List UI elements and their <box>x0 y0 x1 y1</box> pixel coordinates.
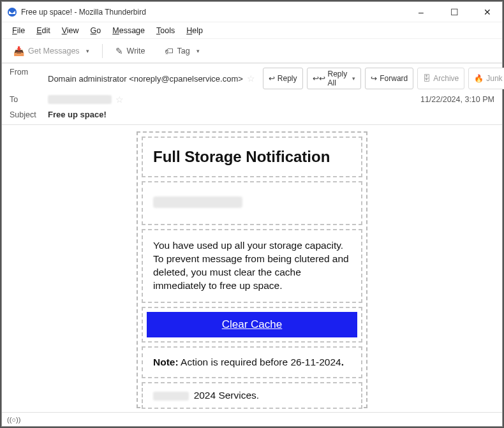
header-from-row: From Domain administrator <noreply@cpane… <box>2 63 502 92</box>
forward-button[interactable]: ↪Forward <box>365 68 413 89</box>
junk-button[interactable]: 🔥Junk <box>468 68 504 89</box>
menu-edit[interactable]: Edit <box>31 24 56 37</box>
email-body-cell: You have used up all your storage capaci… <box>142 229 362 303</box>
get-messages-label: Get Messages <box>28 47 80 55</box>
email-note: Note: Action is required before 26-11-20… <box>153 357 344 367</box>
clear-cache-button[interactable]: Clear Cache <box>147 312 357 337</box>
fire-icon: 🔥 <box>474 74 484 83</box>
reply-all-icon: ↩↩ <box>313 74 325 83</box>
reply-all-button[interactable]: ↩↩Reply All <box>307 68 362 89</box>
menu-file[interactable]: File <box>7 24 30 37</box>
menu-tools[interactable]: Tools <box>151 24 180 37</box>
titlebar: Free up space! - Mozilla Thunderbird – ☐… <box>2 2 502 22</box>
tag-label: Tag <box>177 47 190 55</box>
app-window: Free up space! - Mozilla Thunderbird – ☐… <box>1 1 503 427</box>
note-label: Note: <box>153 357 179 367</box>
minimize-button[interactable]: – <box>406 2 436 22</box>
note-text: Action is required before 26-11-2024 <box>179 357 341 367</box>
maximize-button[interactable]: ☐ <box>440 2 469 22</box>
email-recipient-cell <box>142 181 362 225</box>
reply-button[interactable]: ↩Reply <box>263 68 303 89</box>
subject-label: Subject <box>10 110 40 119</box>
app-icon <box>7 7 17 17</box>
message-body-area: Full Storage Notification You have used … <box>2 125 502 412</box>
message-date: 11/22/2024, 3:10 PM <box>420 95 494 104</box>
menu-go[interactable]: Go <box>85 24 107 37</box>
archive-button[interactable]: 🗄Archive <box>417 68 464 89</box>
email-note-cell: Note: Action is required before 26-11-20… <box>142 346 362 378</box>
star-icon-to[interactable]: ☆ <box>115 94 124 105</box>
recipient-redacted <box>153 196 242 208</box>
email-body-text: You have used up all your storage capaci… <box>153 239 351 293</box>
statusbar: ((○)) <box>2 412 502 426</box>
footer-redacted <box>153 392 189 401</box>
tag-button[interactable]: 🏷 Tag <box>158 44 206 58</box>
to-label: To <box>10 95 40 104</box>
write-button[interactable]: ✎ Write <box>109 44 152 58</box>
message-actions: ↩Reply ↩↩Reply All ↪Forward 🗄Archive 🔥Ju… <box>263 68 504 89</box>
tag-icon: 🏷 <box>165 46 174 56</box>
email-heading-cell: Full Storage Notification <box>142 137 362 177</box>
footer-text: 2024 Services. <box>194 390 260 401</box>
toolbar-divider <box>102 44 103 58</box>
window-title: Free up space! - Mozilla Thunderbird <box>21 8 146 17</box>
note-period: . <box>341 357 344 367</box>
close-button[interactable]: ✕ <box>473 2 502 22</box>
online-status-icon[interactable]: ((○)) <box>7 416 20 424</box>
menu-help[interactable]: Help <box>181 24 208 37</box>
email-content: Full Storage Notification You have used … <box>137 131 367 408</box>
star-icon[interactable]: ☆ <box>247 73 255 84</box>
get-messages-button[interactable]: 📥 Get Messages <box>7 44 96 58</box>
archive-icon: 🗄 <box>423 74 431 83</box>
email-heading: Full Storage Notification <box>153 148 351 166</box>
from-value[interactable]: Domain administrator <noreply@cpanelserv… <box>48 74 243 84</box>
menu-message[interactable]: Message <box>107 24 150 37</box>
reply-icon: ↩ <box>269 74 275 83</box>
email-footer-cell: 2024 Services. <box>142 382 362 409</box>
header-to-row: To ☆ 11/22/2024, 3:10 PM <box>2 92 502 107</box>
menubar: File Edit View Go Message Tools Help <box>2 22 502 39</box>
inbox-icon: 📥 <box>13 46 24 56</box>
forward-icon: ↪ <box>371 74 377 83</box>
pencil-icon: ✎ <box>115 46 123 56</box>
subject-value: Free up space! <box>48 110 107 119</box>
write-label: Write <box>127 47 145 55</box>
email-button-cell: Clear Cache <box>142 307 362 343</box>
header-subject-row: Subject Free up space! <box>2 107 502 125</box>
main-toolbar: 📥 Get Messages ✎ Write 🏷 Tag <box>2 39 502 63</box>
to-value-redacted <box>48 95 112 104</box>
from-label: From <box>10 68 40 77</box>
menu-view[interactable]: View <box>57 24 84 37</box>
